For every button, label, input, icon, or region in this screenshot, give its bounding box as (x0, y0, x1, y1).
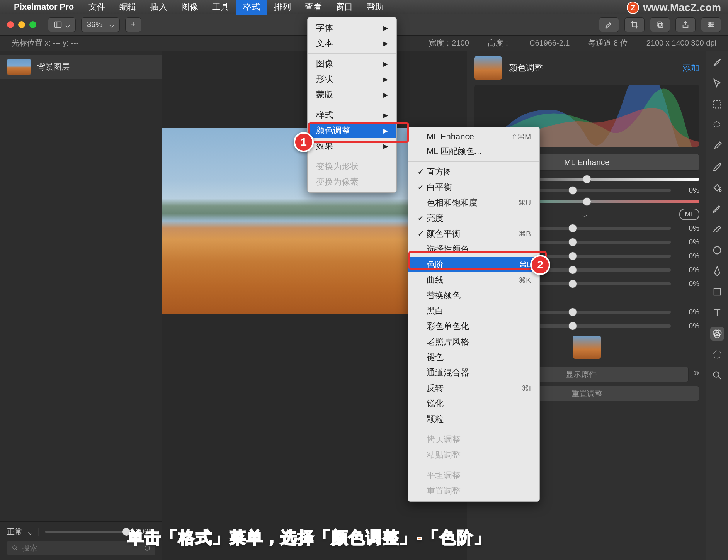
menu-insert[interactable]: 插入 (143, 0, 174, 15)
eyedrop-tool[interactable] (710, 139, 724, 153)
opacity-slider[interactable] (45, 531, 130, 533)
watermark-text: www.MacZ.com (643, 2, 721, 14)
submenu-item[interactable]: 反转⌘I (408, 380, 539, 396)
menu-arrange[interactable]: 排列 (267, 0, 298, 15)
submenu-item[interactable]: ML 匹配颜色... (408, 144, 539, 159)
menu-edit[interactable]: 编辑 (112, 0, 143, 15)
settings-button[interactable] (701, 17, 721, 32)
submenu-item[interactable]: 选择性颜色 (408, 241, 539, 257)
color-adjust-tool[interactable] (710, 327, 724, 341)
menu-item[interactable]: 文本▶ (308, 36, 396, 51)
marquee-icon (712, 99, 723, 110)
menu-item: 变换为形状 (308, 159, 396, 174)
submenu-item[interactable]: ✓白平衡 (408, 180, 539, 195)
search-input[interactable] (22, 544, 140, 552)
zoom-dropdown[interactable]: 36% ⌵ (81, 17, 120, 32)
arrow-tool[interactable] (710, 76, 724, 90)
shape-tool[interactable] (710, 285, 724, 299)
submenu-item[interactable]: ✓亮度 (408, 210, 539, 226)
submenu-item[interactable]: ML Enhance⇧⌘M (408, 130, 539, 144)
sparkle-icon (712, 349, 723, 360)
menu-item[interactable]: 蒙版▶ (308, 87, 396, 102)
menu-tools[interactable]: 工具 (205, 0, 236, 15)
menu-window[interactable]: 窗口 (329, 0, 360, 15)
minimize-window-button[interactable] (18, 21, 25, 28)
submenu-item[interactable]: 通道混合器 (408, 365, 539, 380)
lasso-tool[interactable] (710, 118, 724, 132)
bucket-tool[interactable] (710, 181, 724, 195)
zoom-tool[interactable] (710, 368, 724, 382)
slider-knob[interactable] (583, 175, 591, 183)
blend-mode-dropdown[interactable]: 正常 (7, 526, 22, 537)
slider-knob[interactable] (568, 266, 577, 274)
pencil-icon (605, 20, 613, 29)
layer-name: 背景图层 (37, 61, 70, 72)
text-tool[interactable] (710, 306, 724, 320)
layer-row[interactable]: 背景图层 (0, 55, 162, 79)
submenu-item[interactable]: 黑白 (408, 303, 539, 319)
add-adjustment-link[interactable]: 添加 (682, 62, 699, 74)
copy-button[interactable] (650, 17, 670, 32)
add-button[interactable]: + (125, 17, 141, 32)
menu-item[interactable]: 样式▶ (308, 107, 396, 123)
info-colorspace: C61966-2.1 (529, 39, 570, 48)
submenu-item[interactable]: 色相和饱和度⌘U (408, 195, 539, 210)
lasso-icon (712, 120, 723, 131)
slider-knob[interactable] (568, 186, 577, 195)
submenu-item[interactable]: ✓颜色平衡⌘B (408, 226, 539, 241)
slider-knob[interactable] (583, 197, 591, 206)
eraser-tool[interactable] (710, 222, 724, 236)
slider-knob[interactable] (568, 308, 577, 316)
submenu-item[interactable]: 曲线⌘K (408, 272, 539, 288)
menu-item[interactable]: 颜色调整▶ (308, 123, 396, 138)
layer-thumbnail (7, 59, 31, 75)
slider-knob[interactable] (568, 280, 577, 288)
marquee-tool[interactable] (710, 97, 724, 111)
preview-thumbnail (474, 56, 502, 80)
submenu-item[interactable]: 褪色 (408, 350, 539, 365)
slider-value: 0% (676, 238, 699, 246)
svg-rect-10 (714, 101, 721, 108)
effects-tool[interactable] (710, 348, 724, 361)
submenu-item[interactable]: 替换颜色 (408, 288, 539, 303)
style-tool[interactable] (710, 56, 724, 70)
menu-view[interactable]: 查看 (298, 0, 329, 15)
menu-file[interactable]: 文件 (82, 0, 112, 15)
share-button[interactable] (675, 17, 696, 32)
menu-help[interactable]: 帮助 (360, 0, 391, 15)
menu-item[interactable]: 图像▶ (308, 56, 396, 71)
close-window-button[interactable] (7, 21, 14, 28)
pen-tool[interactable] (710, 264, 724, 278)
submenu-item[interactable]: 色阶⌘L (408, 257, 539, 272)
chevron-icon: ⌵ (582, 210, 587, 219)
pencil-tool[interactable] (710, 202, 724, 216)
slider-knob[interactable] (568, 252, 577, 260)
expand-icon[interactable]: » (694, 367, 699, 378)
svg-point-17 (714, 351, 721, 358)
circle-tool[interactable] (710, 243, 724, 257)
menu-item[interactable]: 效果▶ (308, 138, 396, 154)
paint-tool[interactable] (710, 160, 724, 174)
menu-item[interactable]: 形状▶ (308, 71, 396, 87)
sidebar-toggle-button[interactable]: ⌵ (48, 17, 76, 32)
submenu-item[interactable]: ✓直方图 (408, 164, 539, 180)
slider-knob[interactable] (568, 322, 577, 330)
fullscreen-window-button[interactable] (29, 21, 36, 28)
svg-point-20 (13, 546, 16, 549)
crop-tool-button[interactable] (624, 17, 645, 32)
app-name[interactable]: Pixelmator Pro (14, 2, 74, 12)
ml-badge[interactable]: ML (679, 209, 699, 220)
submenu-item[interactable]: 彩色单色化 (408, 319, 539, 334)
submenu-item[interactable]: 老照片风格 (408, 334, 539, 350)
submenu-item[interactable]: 颗粒 (408, 411, 539, 427)
tutorial-caption: 单击「格式」菜单，选择「颜色调整」-「色阶」 (128, 527, 491, 548)
menu-format[interactable]: 格式 (236, 0, 267, 15)
submenu-item[interactable]: 锐化 (408, 396, 539, 411)
zoom-value: 36% (87, 20, 102, 29)
menu-image[interactable]: 图像 (174, 0, 205, 15)
slider-knob[interactable] (568, 238, 577, 246)
pencil-tool-button[interactable] (599, 17, 619, 32)
sidebar-icon (54, 20, 62, 29)
menu-item[interactable]: 字体▶ (308, 20, 396, 36)
slider-knob[interactable] (568, 224, 577, 232)
